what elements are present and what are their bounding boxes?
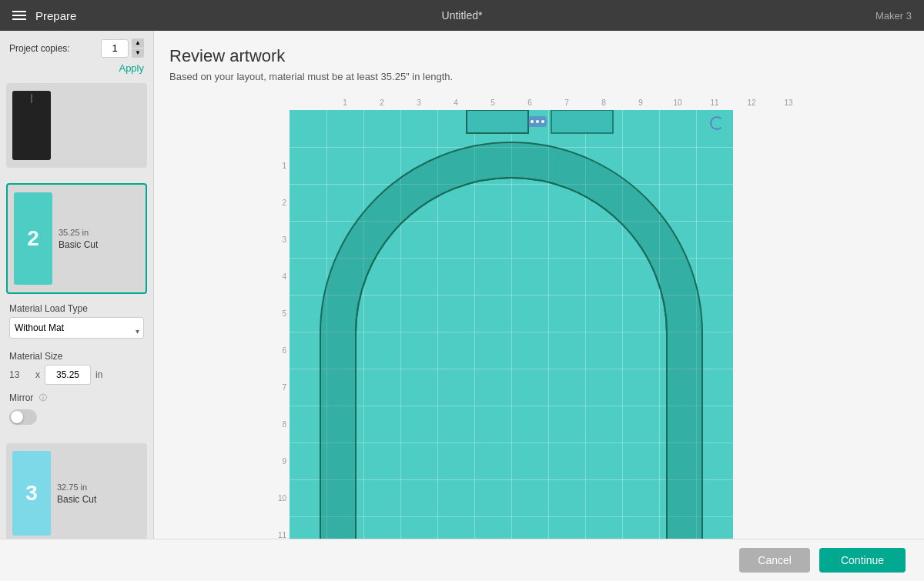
ruler-top-cell-0 [290, 95, 326, 110]
mat3-info: 32.75 in Basic Cut [57, 482, 96, 505]
arch-shape [290, 110, 733, 581]
ruler-left-2: 2 [271, 184, 290, 221]
size-height-input[interactable] [45, 365, 91, 385]
size-unit: in [95, 369, 102, 380]
toggle-knob [11, 411, 23, 423]
mat-preview-3: 3 [12, 451, 51, 536]
project-copies-row: Project copies: ▲ ▼ [0, 31, 153, 62]
mat3-type: Basic Cut [57, 494, 96, 505]
copies-input[interactable] [101, 39, 129, 58]
ruler-top-cell-7: 7 [548, 95, 585, 110]
topbar: Prepare Untitled* Maker 3 [0, 0, 924, 31]
ruler-left-grid: 1 2 3 4 5 6 7 8 9 10 11 12 13 [271, 110, 807, 581]
ruler-top-cell-5: 5 [474, 95, 511, 110]
ruler-top-cell-13: 13 [770, 95, 807, 110]
ruler-top-cell-11: 11 [696, 95, 733, 110]
ruler-top: 1 2 3 4 5 6 7 8 9 10 11 12 13 [290, 95, 807, 110]
mat-preview-1 [12, 91, 51, 160]
continue-button[interactable]: Continue [819, 548, 906, 573]
grid-area: − 75% + [290, 110, 733, 581]
svg-rect-1 [551, 110, 613, 133]
toggle-wrap [0, 409, 153, 431]
ruler-top-cell-2: 2 [363, 95, 400, 110]
review-title: Review artwork [169, 46, 909, 66]
ruler-top-cell-10: 10 [659, 95, 696, 110]
main-layout: Project copies: ▲ ▼ Apply 2 [0, 31, 924, 581]
apply-btn-row: Apply [0, 62, 153, 80]
topbar-left: Prepare [12, 9, 76, 22]
mat3-size: 32.75 in [57, 482, 96, 492]
mirror-toggle[interactable] [9, 409, 37, 425]
cancel-button[interactable]: Cancel [739, 548, 810, 573]
copies-arrows: ▲ ▼ [132, 38, 144, 58]
ruler-top-cell-12: 12 [733, 95, 770, 110]
ruler-top-cell-6: 6 [511, 95, 548, 110]
grid-canvas [290, 110, 733, 581]
material-load-type-label: Material Load Type [0, 297, 153, 317]
menu-icon[interactable] [12, 11, 26, 20]
ruler-top-cell-9: 9 [622, 95, 659, 110]
ruler-top-cell-3: 3 [400, 95, 437, 110]
ruler-left-7: 7 [271, 369, 290, 406]
ruler-left-5: 5 [271, 295, 290, 332]
mat2-info: 35.25 in Basic Cut [59, 228, 98, 250]
ruler-top-cell-4: 4 [437, 95, 474, 110]
copies-up-button[interactable]: ▲ [132, 38, 144, 48]
mat-preview-2: 2 [14, 192, 52, 285]
mat-item-2[interactable]: 2 35.25 in Basic Cut [6, 183, 147, 294]
document-title: Untitled* [442, 9, 483, 22]
rotate-handle[interactable] [710, 116, 724, 130]
ruler-left-6: 6 [271, 332, 290, 369]
ruler-top-cell-1: 1 [326, 95, 363, 110]
ruler-left: 1 2 3 4 5 6 7 8 9 10 11 12 13 [271, 110, 290, 581]
ruler-top-cell-8: 8 [585, 95, 622, 110]
canvas-container: 1 2 3 4 5 6 7 8 9 10 11 12 13 [169, 95, 909, 581]
main-content: Review artwork Based on your layout, mat… [154, 31, 924, 581]
project-copies-label: Project copies: [9, 43, 70, 54]
device-name: Maker 3 [875, 10, 912, 22]
bottom-bar: Cancel Continue [0, 539, 924, 581]
ruler-left-4: 4 [271, 258, 290, 295]
ruler-left-8: 8 [271, 406, 290, 442]
copies-control: ▲ ▼ [101, 38, 144, 58]
svg-rect-0 [467, 110, 528, 133]
dropdown-wrapper: Without Mat With Mat [0, 317, 153, 345]
size-x-separator: x [35, 369, 40, 380]
dots-handle[interactable] [528, 116, 547, 127]
mat3-number: 3 [25, 481, 38, 506]
mat-item-1[interactable] [6, 83, 147, 168]
mirror-row: Mirror ⓘ [0, 391, 153, 409]
ruler-left-9: 9 [271, 442, 290, 479]
material-size-row: 13 x in [0, 365, 153, 391]
material-size-label: Material Size [0, 345, 153, 365]
mat2-number: 2 [27, 226, 39, 251]
app-title: Prepare [35, 9, 76, 22]
mat2-type: Basic Cut [59, 239, 98, 250]
review-subtitle: Based on your layout, material must be a… [169, 71, 909, 82]
apply-button[interactable]: Apply [119, 62, 144, 74]
mirror-label: Mirror [9, 392, 33, 403]
ruler-left-3: 3 [271, 221, 290, 258]
mirror-info-icon[interactable]: ⓘ [39, 392, 47, 403]
ruler-grid-wrap: 1 2 3 4 5 6 7 8 9 10 11 12 13 [271, 95, 807, 581]
material-load-type-select[interactable]: Without Mat With Mat [9, 317, 144, 339]
mat2-size: 35.25 in [59, 228, 98, 237]
size-width-fixed: 13 [9, 369, 31, 380]
copies-down-button[interactable]: ▼ [132, 48, 144, 58]
ruler-left-10: 10 [271, 479, 290, 516]
ruler-left-1: 1 [271, 147, 290, 184]
sidebar: Project copies: ▲ ▼ Apply 2 [0, 31, 154, 581]
mat-item-3[interactable]: 3 32.75 in Basic Cut [6, 443, 147, 543]
